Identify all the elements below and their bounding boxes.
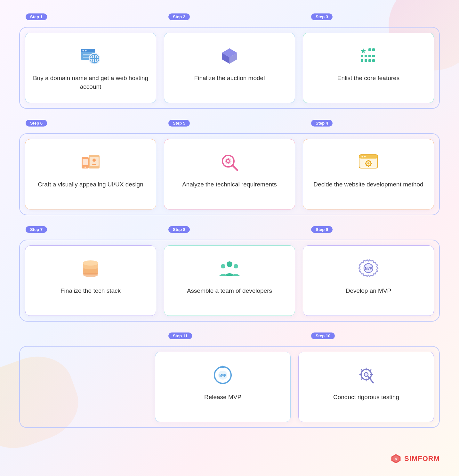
step-2-badge: Step 2 [168, 13, 190, 20]
svg-point-3 [85, 50, 87, 52]
card-3-label: Enlist the core features [337, 74, 399, 83]
team-icon [218, 257, 241, 280]
svg-point-2 [83, 50, 84, 52]
svg-line-43 [226, 163, 227, 163]
step-4-badge: Step 4 [311, 120, 333, 127]
step-11-badge: Step 11 [168, 332, 192, 339]
card-step-7: Finalize the tech stack [25, 245, 156, 316]
svg-rect-5 [83, 57, 89, 58]
card-step-9: MVP Develop an MVP [303, 245, 434, 316]
card-step-4: Decide the website development method [303, 139, 434, 209]
svg-point-69 [234, 264, 238, 268]
svg-point-67 [227, 261, 232, 267]
svg-rect-19 [361, 55, 363, 57]
simform-logo-icon: S [390, 453, 402, 464]
card-step-6: Craft a visually appealing UI/UX design [25, 139, 156, 209]
svg-line-44 [233, 166, 237, 170]
stack-icon [79, 257, 102, 280]
svg-text:MVP: MVP [219, 374, 226, 377]
svg-point-51 [367, 162, 370, 165]
card-5-label: Analyze the technical requirements [182, 180, 277, 189]
step-9-badge: Step 9 [311, 226, 333, 233]
svg-line-84 [361, 378, 363, 379]
svg-rect-23 [361, 59, 363, 62]
step-6-badge: Step 6 [26, 120, 47, 127]
card-10-label: Conduct rigorous testing [333, 393, 399, 402]
svg-point-49 [364, 156, 366, 158]
step-10-badge: Step 10 [311, 332, 335, 339]
svg-rect-17 [368, 48, 371, 51]
svg-rect-21 [368, 55, 371, 57]
step-8-badge: Step 8 [168, 226, 190, 233]
simform-text: SIMFORM [404, 455, 440, 463]
card-step-5: Analyze the technical requirements [164, 139, 295, 209]
gear-browser-icon [357, 151, 380, 174]
analyze-icon [218, 151, 241, 174]
card-7-label: Finalize the tech stack [60, 287, 121, 295]
card-1-label: Buy a domain name and get a web hosting … [32, 74, 149, 91]
svg-rect-25 [368, 59, 371, 62]
svg-line-83 [370, 370, 371, 371]
svg-line-42 [230, 159, 230, 160]
svg-point-32 [93, 159, 96, 162]
release-mvp-icon: MVP [211, 364, 234, 387]
step-5-badge: Step 5 [168, 120, 190, 127]
card-step-1: Buy a domain name and get a web hosting … [25, 33, 156, 103]
card-9-label: Develop an MVP [346, 287, 391, 295]
card-2-label: Finalize the auction model [194, 74, 265, 83]
card-step-8: Assemble a team of developers [164, 245, 295, 316]
step-3-badge: Step 3 [311, 13, 333, 20]
mvp-gear-icon: MVP [357, 257, 380, 280]
svg-point-76 [364, 373, 368, 376]
svg-text:MVP: MVP [365, 267, 372, 270]
simform-logo: S SIMFORM [390, 453, 440, 464]
step-1-badge: Step 1 [26, 13, 47, 20]
svg-line-40 [226, 159, 227, 160]
card-step-11: MVP Release MVP [155, 352, 291, 422]
svg-point-66 [83, 260, 98, 266]
card-step-10: Conduct rigorous testing [298, 352, 434, 422]
card-step-2: Finalize the auction model [164, 33, 295, 103]
svg-point-48 [362, 156, 363, 158]
card-step-3: Enlist the core features [303, 33, 434, 103]
step-7-badge: Step 7 [26, 226, 47, 233]
card-6-label: Craft a visually appealing UI/UX design [38, 180, 143, 189]
box-icon [218, 45, 241, 68]
svg-rect-18 [372, 48, 375, 51]
domain-icon [79, 45, 102, 68]
svg-line-81 [361, 370, 363, 371]
svg-marker-16 [361, 48, 366, 53]
svg-point-68 [221, 264, 225, 268]
svg-line-41 [230, 163, 230, 163]
svg-rect-28 [83, 159, 88, 165]
svg-rect-22 [372, 55, 375, 57]
uiux-icon [79, 151, 102, 174]
svg-text:S: S [395, 458, 397, 461]
svg-rect-26 [372, 59, 375, 62]
svg-point-29 [85, 167, 86, 168]
testing-icon [355, 364, 378, 387]
card-11-label: Release MVP [204, 393, 241, 402]
svg-rect-20 [365, 55, 367, 57]
grid-star-icon [357, 45, 380, 68]
svg-rect-24 [365, 59, 367, 62]
card-4-label: Decide the website development method [313, 180, 423, 189]
card-8-label: Assemble a team of developers [187, 287, 272, 295]
